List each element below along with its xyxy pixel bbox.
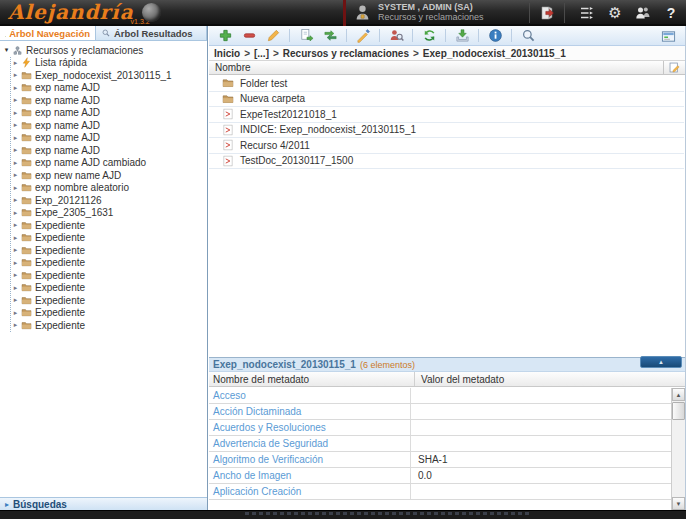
expand-arrow-icon[interactable]: ▸ — [11, 121, 20, 129]
metadata-name-link[interactable]: Algoritmo de Verificación — [209, 452, 411, 467]
expand-arrow-icon[interactable]: ▸ — [11, 84, 20, 92]
expand-arrow-icon[interactable]: ▸ — [11, 109, 20, 117]
file-name: ExpeTest20121018_1 — [240, 109, 337, 120]
tree-root[interactable]: ▾Recursos y reclamaciones — [2, 44, 207, 57]
file-row[interactable]: Folder test — [209, 76, 684, 92]
expand-arrow-icon[interactable]: ▸ — [11, 234, 20, 242]
metadata-name-link[interactable]: Aplicación Creación — [209, 484, 411, 499]
expand-arrow-icon[interactable]: ▸ — [11, 309, 20, 317]
user-search-button[interactable] — [386, 27, 406, 45]
expand-arrow-icon[interactable]: ▸ — [11, 159, 20, 167]
folder-icon — [21, 182, 32, 193]
expand-arrow-icon[interactable]: ▸ — [11, 134, 20, 142]
breadcrumb-segment[interactable]: Inicio — [214, 48, 240, 59]
expand-arrow-icon[interactable]: ▸ — [11, 296, 20, 304]
search-icon — [101, 28, 111, 38]
expand-arrow-icon[interactable]: ▸ — [11, 96, 20, 104]
metadata-name-link[interactable]: Ancho de Imagen — [209, 468, 411, 483]
checkout-button[interactable] — [296, 27, 316, 45]
layout-button[interactable] — [658, 27, 678, 45]
document-icon — [222, 108, 234, 120]
expand-arrow-icon[interactable]: ▸ — [11, 221, 20, 229]
tree-item[interactable]: ▸exp name AJD — [11, 144, 207, 157]
tree-item[interactable]: ▸exp name AJD — [11, 94, 207, 107]
file-row[interactable]: Nueva carpeta — [209, 92, 684, 108]
scroll-thumb[interactable] — [672, 402, 685, 420]
expand-arrow-icon[interactable]: ▸ — [11, 271, 20, 279]
tree-item[interactable]: ▸exp name AJD cambiado — [11, 157, 207, 170]
expand-arrow-icon[interactable]: ▸ — [11, 246, 20, 254]
metadata-name-link[interactable]: Acción Dictaminada — [209, 404, 411, 419]
metadata-scrollbar[interactable]: ▲ ▼ — [671, 388, 685, 510]
tree-item[interactable]: ▸Expediente — [11, 257, 207, 270]
tree-item[interactable]: ▸Expediente — [11, 307, 207, 320]
edit-button[interactable] — [263, 27, 283, 45]
preview-button[interactable] — [518, 27, 538, 45]
tree-item[interactable]: ▸Expe_2305_1631 — [11, 207, 207, 220]
metadata-name-link[interactable]: Advertencia de Seguridad — [209, 436, 411, 451]
expand-arrow-icon[interactable]: ▸ — [11, 59, 20, 67]
file-row[interactable]: ExpeTest20121018_1 — [209, 107, 684, 123]
edit-columns-button[interactable] — [663, 61, 685, 74]
tree-item[interactable]: ▸Lista rápida — [11, 57, 207, 70]
users-icon[interactable] — [634, 3, 652, 23]
file-name: Nueva carpeta — [240, 93, 305, 104]
sidebar-section-busquedas[interactable]: ▸ Búsquedas — [0, 497, 207, 510]
tree-item[interactable]: ▸Expediente — [11, 219, 207, 232]
tab-arbol-resultados[interactable]: Árbol Resultados — [96, 26, 207, 40]
folder-icon — [222, 77, 234, 89]
tree-item[interactable]: ▸exp name AJD — [11, 119, 207, 132]
breadcrumb-segment[interactable]: [...] — [254, 48, 269, 59]
tree-item-label: exp name AJD — [35, 145, 100, 156]
tree-item[interactable]: ▸Exep_nodocexist_20130115_1 — [11, 69, 207, 82]
expand-arrow-icon[interactable]: ▸ — [11, 284, 20, 292]
file-row[interactable]: TestDoc_20130117_1500 — [209, 154, 684, 170]
tree-item[interactable]: ▸Expediente — [11, 294, 207, 307]
collapse-arrow-icon[interactable]: ▾ — [2, 46, 11, 54]
tree-item[interactable]: ▸Expediente — [11, 244, 207, 257]
tree-item[interactable]: ▸exp name AJD — [11, 82, 207, 95]
scroll-up-button[interactable]: ▲ — [672, 388, 685, 401]
expand-arrow-icon[interactable]: ▸ — [11, 71, 20, 79]
metadata-value — [411, 404, 418, 419]
breadcrumb-segment[interactable]: Recursos y reclamaciones — [283, 48, 409, 59]
metadata-name-link[interactable]: Acuerdos y Resoluciones — [209, 420, 411, 435]
add-button[interactable] — [215, 27, 235, 45]
tree-item[interactable]: ▸exp nombre aleatorio — [11, 182, 207, 195]
tree-item[interactable]: ▸Expediente — [11, 319, 207, 332]
tree-item[interactable]: ▸exp name AJD — [11, 132, 207, 145]
folder-icon — [21, 95, 32, 106]
file-list-header[interactable]: Nombre — [209, 60, 685, 75]
help-icon[interactable]: ? — [662, 3, 680, 23]
tree-item[interactable]: ▸Expediente — [11, 282, 207, 295]
metadata-name-link[interactable]: Acceso — [209, 388, 411, 403]
expand-arrow-icon[interactable]: ▸ — [11, 321, 20, 329]
tree-item[interactable]: ▸Exp_20121126 — [11, 194, 207, 207]
remove-button[interactable] — [239, 27, 259, 45]
logout-icon[interactable] — [529, 3, 565, 23]
expand-arrow-icon[interactable]: ▸ — [11, 184, 20, 192]
expand-arrow-icon[interactable]: ▸ — [11, 209, 20, 217]
folder-icon — [21, 170, 32, 181]
info-button[interactable] — [485, 27, 505, 45]
refresh-button[interactable] — [419, 27, 439, 45]
expand-arrow-icon[interactable]: ▸ — [11, 259, 20, 267]
collapse-panel-button[interactable]: ▲ — [640, 356, 682, 368]
scroll-down-button[interactable]: ▼ — [672, 497, 685, 510]
expand-arrow-icon[interactable]: ▸ — [11, 146, 20, 154]
download-button[interactable] — [452, 27, 472, 45]
expand-arrow-icon[interactable]: ▸ — [11, 196, 20, 204]
expand-arrow-icon[interactable]: ▸ — [11, 171, 20, 179]
tab-arbol-navegacion[interactable]: Árbol Navegación — [0, 26, 96, 40]
settings-icon[interactable]: ⚙ — [606, 3, 624, 23]
file-row[interactable]: INDICE: Exep_nodocexist_20130115_1 — [209, 123, 684, 139]
tree-item[interactable]: ▸Expediente — [11, 269, 207, 282]
tree-item[interactable]: ▸Expediente — [11, 232, 207, 245]
tree-item[interactable]: ▸exp name AJD — [11, 107, 207, 120]
tasks-icon[interactable] — [578, 3, 596, 23]
checkin-button[interactable] — [320, 27, 340, 45]
file-row[interactable]: Recurso 4/2011 — [209, 138, 684, 154]
column-nombre: Nombre — [215, 62, 251, 73]
sign-button[interactable] — [353, 27, 373, 45]
tree-item[interactable]: ▸exp new name AJD — [11, 169, 207, 182]
